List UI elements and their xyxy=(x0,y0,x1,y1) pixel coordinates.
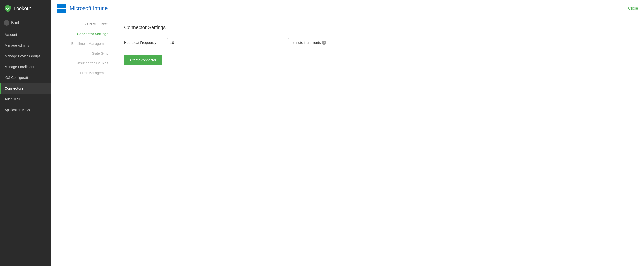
sidebar-item-manage-device-groups[interactable]: Manage Device Groups xyxy=(0,51,51,62)
header-title: Microsoft Intune xyxy=(70,5,108,12)
back-label: Back xyxy=(11,21,20,25)
heartbeat-unit-text: minute increments xyxy=(293,41,320,45)
heartbeat-help-icon[interactable]: ? xyxy=(322,41,326,45)
svg-rect-1 xyxy=(62,4,66,8)
sidebar-item-manage-admins[interactable]: Manage Admins xyxy=(0,40,51,51)
heartbeat-label: Heartbeat Frequency xyxy=(124,41,163,45)
settings-nav-state-sync[interactable]: State Sync xyxy=(55,49,110,58)
sidebar-item-application-keys[interactable]: Application Keys xyxy=(0,104,51,115)
sidebar-item-connectors[interactable]: Connectors xyxy=(0,83,51,94)
heartbeat-row: Heartbeat Frequency minute increments ? xyxy=(124,38,634,47)
heartbeat-input[interactable] xyxy=(167,38,289,47)
header-brand: Microsoft Intune xyxy=(57,4,108,13)
back-arrow-icon: ← xyxy=(4,20,9,26)
settings-panel: Connector Settings Heartbeat Frequency m… xyxy=(114,17,644,266)
svg-rect-2 xyxy=(58,9,62,13)
back-button[interactable]: ← Back xyxy=(0,17,51,29)
sidebar: Lookout ← Back Account Manage Admins Man… xyxy=(0,0,51,266)
lookout-logo-icon xyxy=(4,5,12,12)
settings-nav-connector-settings[interactable]: Connector Settings xyxy=(55,30,110,38)
settings-sidebar: MAIN SETTINGS Connector Settings Enrollm… xyxy=(51,17,114,266)
settings-nav-enrollment-management[interactable]: Enrollment Management xyxy=(55,39,110,48)
top-header: Microsoft Intune Close xyxy=(51,0,644,17)
svg-rect-3 xyxy=(62,9,66,13)
svg-rect-0 xyxy=(58,4,62,8)
sidebar-item-account[interactable]: Account xyxy=(0,29,51,40)
sidebar-item-manage-enrollment[interactable]: Manage Enrollment xyxy=(0,62,51,72)
sidebar-item-ios-configuration[interactable]: iOS Configuration xyxy=(0,72,51,83)
create-connector-button[interactable]: Create connector xyxy=(124,55,162,65)
sidebar-item-audit-trail[interactable]: Audit Trail xyxy=(0,94,51,104)
panel-title: Connector Settings xyxy=(124,25,634,30)
content-area: MAIN SETTINGS Connector Settings Enrollm… xyxy=(51,17,644,266)
heartbeat-unit-container: minute increments ? xyxy=(293,41,326,45)
main-container: Microsoft Intune Close MAIN SETTINGS Con… xyxy=(51,0,644,266)
app-logo-text: Lookout xyxy=(14,6,31,11)
settings-section-label: MAIN SETTINGS xyxy=(55,23,110,26)
close-button[interactable]: Close xyxy=(628,6,638,11)
settings-nav-error-management[interactable]: Error Management xyxy=(55,69,110,77)
settings-nav-unsupported-devices[interactable]: Unsupported Devices xyxy=(55,59,110,68)
sidebar-logo: Lookout xyxy=(0,0,51,17)
windows-logo-icon xyxy=(57,4,67,13)
sidebar-nav: Account Manage Admins Manage Device Grou… xyxy=(0,29,51,266)
